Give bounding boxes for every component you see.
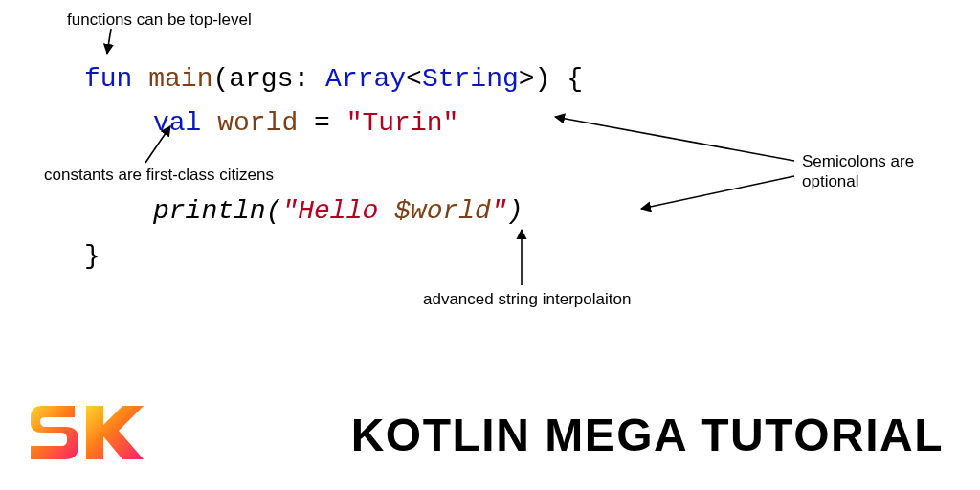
annotation-semicolons-l2: optional xyxy=(802,172,859,190)
type-string: String xyxy=(422,64,519,94)
token-args-open: (args: xyxy=(212,64,309,94)
token-call-open: ( xyxy=(266,196,282,226)
arrow-top-level xyxy=(107,29,111,54)
code-line-4: } xyxy=(84,234,583,278)
arrow-semicolons-2 xyxy=(641,176,794,209)
type-array: Array xyxy=(325,64,406,94)
token-lt: < xyxy=(406,64,422,94)
token-gt-close: >) { xyxy=(519,64,583,94)
string-turin: "Turin" xyxy=(346,108,459,138)
annotation-interpolation: advanced string interpolaiton xyxy=(423,289,631,309)
token-main: main xyxy=(148,64,212,94)
keyword-fun: fun xyxy=(84,64,132,94)
code-line-1: fun main(args: Array<String>) { xyxy=(84,57,583,101)
arrow-semicolons-1 xyxy=(555,117,794,161)
code-line-2: val world = "Turin" xyxy=(84,101,583,145)
code-block: fun main(args: Array<String>) { val worl… xyxy=(84,57,583,278)
code-line-3: println("Hello $world") xyxy=(84,189,583,234)
token-dollar-world: $world xyxy=(394,196,491,226)
string-hello-open: "Hello xyxy=(281,196,394,226)
keyword-val: val xyxy=(153,108,201,138)
string-hello-close: " xyxy=(491,196,507,226)
logo-sk xyxy=(29,402,144,461)
token-world: world xyxy=(217,108,298,138)
token-call-close: ) xyxy=(507,196,523,226)
page-title: Kotlin Mega Tutorial xyxy=(351,409,944,461)
annotation-semicolons-l1: Semicolons are xyxy=(802,152,914,170)
token-eq: = xyxy=(314,108,330,138)
annotation-top-level: functions can be top-level xyxy=(67,10,252,30)
annotation-semicolons: Semicolons are optional xyxy=(802,151,914,192)
token-println: println xyxy=(153,196,266,226)
